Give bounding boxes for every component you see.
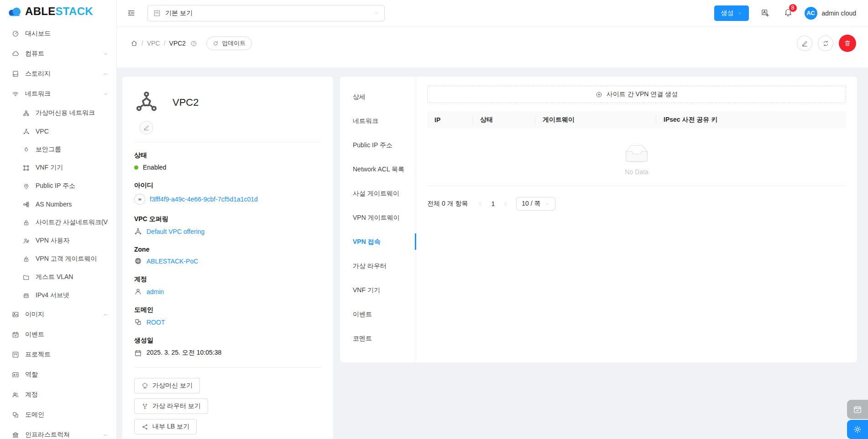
field-link[interactable]: ROOT xyxy=(146,319,165,326)
vpc-icon xyxy=(134,227,142,235)
vpnuser-icon xyxy=(23,238,30,244)
create-vpn-connection-button[interactable]: 사이트 간 VPN 연결 생성 xyxy=(427,86,846,103)
team-icon xyxy=(12,391,19,398)
tab-details[interactable]: 상세 xyxy=(340,88,416,106)
field-link[interactable]: admin xyxy=(146,288,164,295)
cluster-icon xyxy=(23,110,30,117)
sidebar-item-compute[interactable]: 컴퓨트 xyxy=(0,44,116,64)
tab-vnf-appliances[interactable]: VNF 기기 xyxy=(340,281,416,299)
settings-button[interactable] xyxy=(847,420,868,439)
asnumbers-icon xyxy=(23,201,30,208)
edit-vpc-button[interactable] xyxy=(797,36,812,51)
chevron-down-icon xyxy=(737,11,742,15)
pin-icon xyxy=(23,183,30,190)
sidebar-item-security-groups[interactable]: 보안그룹 xyxy=(0,140,116,159)
sidebar-item-network[interactable]: 네트워크 xyxy=(0,84,116,104)
vpc-detail-panel: 상세네트워크Public IP 주소Network ACL 목록사설 게이트웨이… xyxy=(340,77,857,362)
logo[interactable]: ABLESTACK xyxy=(0,0,116,23)
sidebar-item-vpn-customer-gateway[interactable]: VPN 고객 게이트웨이 xyxy=(0,250,116,268)
sidebar-item-images[interactable]: 이미지 xyxy=(0,305,116,325)
fire-icon xyxy=(23,146,30,153)
tab-public-ip[interactable]: Public IP 주소 xyxy=(340,136,416,154)
share-icon xyxy=(141,424,148,430)
sidebar-item-public-ip[interactable]: Public IP 주소 xyxy=(0,177,116,195)
table-header: IP상태게이트웨이IPsec 사전 공유 키 xyxy=(427,111,846,129)
vnf-icon xyxy=(23,165,30,171)
edit-name-button[interactable] xyxy=(140,121,153,134)
logo-cloud-icon xyxy=(8,6,22,17)
sidebar-item-events[interactable]: 이벤트 xyxy=(0,325,116,345)
sidebar-item-vnf-appliances[interactable]: VNF 기기 xyxy=(0,159,116,177)
edit-icon xyxy=(801,40,808,47)
field-status: 상태Enabled xyxy=(134,151,321,171)
field-zone: ZoneABLESTACK-PoC xyxy=(134,246,321,265)
view-vms-button[interactable]: 가상머신 보기 xyxy=(134,378,200,393)
sidebar-item-dashboard[interactable]: 대시보드 xyxy=(0,24,116,44)
field-label: 계정 xyxy=(134,275,321,284)
user-name[interactable]: admin cloud xyxy=(822,10,857,17)
sidebar-item-accounts[interactable]: 계정 xyxy=(0,385,116,405)
sidebar-item-guest-vlan[interactable]: 게스트 VLAN xyxy=(0,268,116,286)
sidebar-item-projects[interactable]: 프로젝트 xyxy=(0,345,116,365)
sidebar-item-infrastructure[interactable]: 인프라스트럭쳐 xyxy=(0,425,116,439)
tab-network-acl[interactable]: Network ACL 목록 xyxy=(340,160,416,178)
home-icon[interactable] xyxy=(131,40,138,47)
tab-networks[interactable]: 네트워크 xyxy=(340,112,416,130)
sidebar-item-label: VPC xyxy=(36,128,49,135)
sidebar-item-label: 이벤트 xyxy=(25,331,44,339)
sidebar-item-domains[interactable]: 도메인 xyxy=(0,405,116,425)
tab-events[interactable]: 이벤트 xyxy=(340,305,416,323)
sidebar-item-roles[interactable]: 역할 xyxy=(0,365,116,385)
refresh-button[interactable] xyxy=(818,36,833,51)
sidebar-item-site-to-site-vpn[interactable]: 사이트간 사설네트워크(VP... xyxy=(0,213,116,232)
tab-virtual-routers[interactable]: 가상 라우터 xyxy=(340,257,416,275)
field-link[interactable]: Default VPC offering xyxy=(146,228,204,235)
sidebar-item-label: 프로젝트 xyxy=(25,351,51,359)
help-icon[interactable] xyxy=(190,40,197,47)
field-created: 생성일2025. 3. 25. 오전 10:05:38 xyxy=(134,336,321,357)
translation-icon[interactable] xyxy=(761,9,770,18)
view-routers-button[interactable]: 가상 라우터 보기 xyxy=(134,398,208,414)
project-select[interactable]: 기본 보기 xyxy=(147,5,385,21)
field-link[interactable]: f3fff4f9-a49c-4e66-9cbf-7cf5d1a1c01d xyxy=(150,196,258,203)
prev-page-icon[interactable] xyxy=(477,201,484,207)
user-icon xyxy=(134,288,142,295)
create-button[interactable]: 생성 xyxy=(714,5,749,21)
page-number[interactable]: 1 xyxy=(491,200,495,207)
tab-vpn-connections[interactable]: VPN 접속 xyxy=(340,232,416,251)
tab-private-gateway[interactable]: 사설 게이트웨이 xyxy=(340,184,416,202)
column-ip: IP xyxy=(427,116,473,124)
tab-comments[interactable]: 코멘트 xyxy=(340,329,416,347)
async-jobs-button[interactable] xyxy=(847,400,868,419)
field-value: Enabled xyxy=(143,164,166,171)
notifications-button[interactable]: 8 xyxy=(784,8,793,18)
vpc-resource-icon xyxy=(134,89,159,114)
sidebar-item-storage[interactable]: 스토리지 xyxy=(0,64,116,84)
sidebar-item-ipv4-subnets[interactable]: IPv4 서브넷 xyxy=(0,286,116,305)
sidebar-item-vpc[interactable]: VPC xyxy=(0,122,116,140)
sidebar-item-guest-networks[interactable]: 가상머신용 네트워크 xyxy=(0,104,116,122)
sidebar-item-label: 역할 xyxy=(25,371,38,379)
sidebar-item-as-numbers[interactable]: AS Numbers xyxy=(0,195,116,213)
content: VPC2 상태Enabled아이디f3fff4f9-a49c-4e66-9cbf… xyxy=(117,67,868,439)
vpc-icon xyxy=(23,128,30,135)
update-button[interactable]: 업데이트 xyxy=(206,36,252,50)
chevdown-icon xyxy=(103,312,108,317)
sidebar-item-label: VPN 고객 게이트웨이 xyxy=(36,255,97,263)
breadcrumb-vpc-link[interactable]: VPC xyxy=(147,40,160,47)
user-avatar[interactable]: AC xyxy=(805,7,817,20)
next-page-icon[interactable] xyxy=(502,201,509,207)
lock-icon xyxy=(23,256,30,263)
pagination-total: 전체 0 개 항목 xyxy=(427,200,468,208)
view-internal-lb-button[interactable]: 내부 LB 보기 xyxy=(134,419,197,434)
empty-text: No Data xyxy=(625,168,648,176)
delete-vpc-button[interactable] xyxy=(839,35,856,52)
menu-fold-icon[interactable] xyxy=(127,9,136,17)
sidebar-item-vpn-users[interactable]: VPN 사용자 xyxy=(0,232,116,250)
tab-vpn-gateway[interactable]: VPN 게이트웨이 xyxy=(340,208,416,227)
sidebar-item-label: 가상머신용 네트워크 xyxy=(36,109,95,117)
sidebar-item-label: 인프라스트럭쳐 xyxy=(25,431,70,439)
cloud-icon xyxy=(12,50,19,57)
field-link[interactable]: ABLESTACK-PoC xyxy=(146,258,198,265)
page-size-select[interactable]: 10 / 쪽 xyxy=(516,197,555,211)
